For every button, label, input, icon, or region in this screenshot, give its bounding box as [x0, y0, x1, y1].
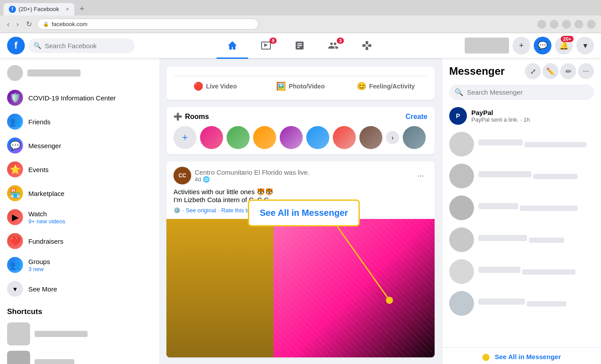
facebook-logo: f [7, 37, 25, 54]
feeling-icon: 😊 [357, 81, 366, 91]
room-avatar-2[interactable] [227, 126, 250, 149]
shortcut-item-2[interactable] [7, 348, 152, 364]
sidebar-item-marketplace[interactable]: 🏪 Marketplace [4, 182, 156, 205]
photo-video-button[interactable]: 🖼️ Photo/Video [259, 78, 343, 95]
search-bar[interactable]: 🔍 [28, 38, 135, 53]
browser-toolbar [537, 20, 596, 29]
rooms-header: ➕ Rooms Create [173, 112, 428, 121]
post-menu-button[interactable]: ··· [414, 169, 428, 182]
account-button[interactable]: ▾ [576, 37, 594, 54]
sidebar-item-groups[interactable]: 👥 Groups 3 new [4, 253, 156, 276]
post-time: 4d 🌐 [195, 176, 410, 183]
url-bar[interactable]: 🔒 facebook.com [37, 19, 258, 30]
watch-badge: 9 [270, 38, 277, 44]
sidebar-item-watch[interactable]: ▶ Watch 9+ new videos [4, 206, 156, 229]
nav-tab-home[interactable] [216, 37, 248, 54]
browser-icon-1 [537, 20, 546, 29]
sidebar-item-events[interactable]: ⭐ Events [4, 158, 156, 181]
messenger-callout[interactable]: See All in Messenger [248, 199, 360, 226]
conv-name-4 [478, 203, 518, 209]
tab-title: (20+) Facebook [19, 6, 59, 12]
conversation-list: P PayPal PayPal sent a link. · 1h [442, 103, 601, 347]
sidebar-item-friends[interactable]: 👥 Friends [4, 110, 156, 133]
conv-meta-paypal: PayPal PayPal sent a link. · 1h [471, 109, 594, 123]
more-options-icon[interactable]: ··· [578, 63, 594, 79]
sidebar-groups-sub: 3 new [28, 266, 50, 272]
conv-name-6 [478, 267, 520, 273]
room-avatar-5[interactable] [306, 126, 329, 149]
messenger-search-bar[interactable]: 🔍 [449, 84, 594, 100]
nav-tab-gaming[interactable] [351, 37, 383, 54]
new-tab-button[interactable]: + [76, 3, 88, 15]
nav-tab-friends[interactable]: 3 [317, 37, 349, 54]
browser-icon-4 [574, 20, 583, 29]
see-more-button[interactable]: ▾ See More [4, 277, 156, 300]
conv-avatar-2 [449, 132, 474, 157]
sidebar-covid-label: COVID-19 Information Center [28, 94, 116, 102]
reload-button[interactable]: ↻ [24, 18, 34, 30]
shortcut-item-1[interactable] [7, 320, 152, 348]
room-avatar-7[interactable] [359, 126, 382, 149]
conv-meta-3 [478, 171, 594, 181]
messenger-button[interactable]: 💬 [534, 37, 551, 54]
notif-badge: 20+ [561, 36, 574, 42]
compose-icon[interactable]: ✏ [560, 63, 576, 79]
shortcut-avatar-2 [7, 351, 30, 364]
search-input[interactable] [45, 42, 129, 50]
messenger-panel: Messenger ⤢ ✏️ ✏ ··· 🔍 P PayPal PayPal s… [442, 58, 601, 364]
forward-button[interactable]: › [15, 19, 20, 30]
conv-avatar-6 [449, 259, 474, 284]
sidebar-item-fundraisers[interactable]: ❤️ Fundraisers [4, 230, 156, 253]
room-avatar-6[interactable] [333, 126, 356, 149]
user-name-pill[interactable] [465, 38, 509, 54]
feeling-button[interactable]: 😊 Feeling/Activity [344, 78, 428, 95]
conv-preview-3 [533, 174, 578, 179]
add-button[interactable]: + [512, 37, 530, 54]
see-all-messenger-link[interactable]: See All in Messenger [495, 353, 561, 360]
conversation-item-6[interactable] [442, 256, 601, 287]
see-all-dot [482, 354, 489, 361]
facebook-header: f 🔍 9 3 + 💬 🔔 20+ ▾ [0, 33, 601, 58]
sidebar-username [27, 69, 81, 77]
active-tab[interactable]: f (20+) Facebook × [4, 3, 74, 15]
post-was-live: was live. [284, 169, 310, 176]
messenger-search-input[interactable] [467, 88, 589, 96]
conversation-item-4[interactable] [442, 192, 601, 224]
rooms-chevron-right[interactable]: › [386, 131, 399, 144]
room-avatar-8[interactable] [403, 126, 426, 149]
room-avatar-4[interactable] [280, 126, 303, 149]
tab-close-button[interactable]: × [66, 6, 69, 12]
see-original-link[interactable]: See original [186, 207, 216, 214]
paypal-avatar: P [449, 107, 467, 125]
new-chat-icon[interactable]: ✏️ [543, 63, 559, 79]
conversation-item-3[interactable] [442, 160, 601, 192]
main-layout: 🛡️ COVID-19 Information Center 👥 Friends… [0, 58, 601, 364]
conv-meta-5 [478, 235, 594, 245]
sidebar-user[interactable] [4, 61, 156, 84]
add-room-button[interactable]: + [173, 126, 196, 149]
address-bar: ‹ › ↻ 🔒 facebook.com [0, 15, 601, 33]
post-author-name: Centro Comunitario El Florido was live. [195, 169, 410, 176]
room-avatar-1[interactable] [200, 126, 223, 149]
expand-icon[interactable]: ⤢ [525, 63, 541, 79]
conv-preview-7 [527, 301, 566, 307]
groups-icon: 👥 [7, 257, 23, 273]
create-room-button[interactable]: Create [405, 113, 428, 121]
back-button[interactable]: ‹ [5, 19, 11, 30]
friends-badge: 3 [337, 38, 344, 44]
room-avatar-3[interactable] [253, 126, 276, 149]
nav-tab-watch[interactable]: 9 [250, 37, 282, 54]
sidebar-item-messenger[interactable]: 💬 Messenger [4, 134, 156, 157]
nav-tab-marketplace[interactable] [284, 37, 316, 54]
events-icon: ⭐ [7, 161, 23, 177]
conv-name-5 [478, 235, 527, 241]
sidebar-item-covid[interactable]: 🛡️ COVID-19 Information Center [4, 86, 156, 109]
conversation-item-2[interactable] [442, 128, 601, 160]
live-video-button[interactable]: 🔴 Live Video [173, 78, 257, 95]
sidebar-watch-label: Watch [28, 210, 65, 218]
conversation-item-7[interactable] [442, 287, 601, 319]
conversation-item-paypal[interactable]: P PayPal PayPal sent a link. · 1h [442, 103, 601, 128]
notifications-button[interactable]: 🔔 20+ [555, 37, 573, 54]
photo-video-label: Photo/Video [289, 83, 324, 90]
conversation-item-5[interactable] [442, 224, 601, 256]
